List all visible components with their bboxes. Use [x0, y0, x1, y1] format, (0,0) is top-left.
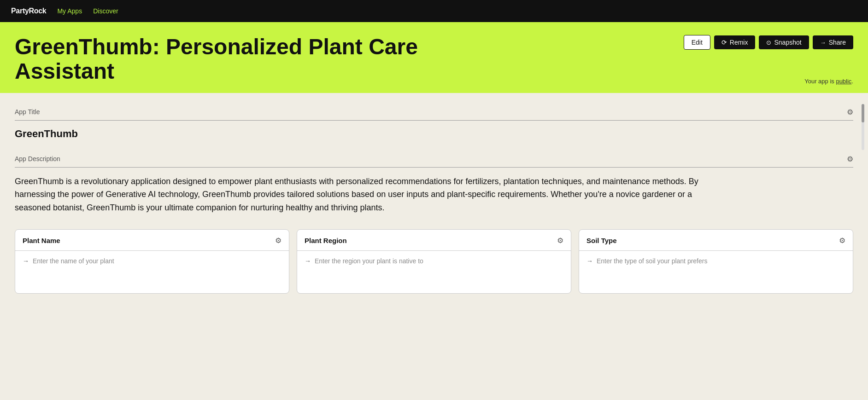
header-actions: Edit ⟳ Remix ⊙ Snapshot → Share	[684, 35, 853, 50]
brand-logo: PartyRock	[11, 7, 46, 15]
share-button[interactable]: → Share	[813, 35, 853, 49]
navbar: PartyRock My Apps Discover	[0, 0, 868, 22]
snapshot-button[interactable]: ⊙ Snapshot	[759, 35, 809, 49]
scrollbar-track[interactable]	[862, 104, 864, 150]
app-description-value: GreenThumb is a revolutionary applicatio…	[15, 173, 706, 218]
header-banner: GreenThumb: Personalized Plant Care Assi…	[0, 22, 868, 93]
plant-name-settings-icon[interactable]: ⚙	[275, 236, 282, 245]
share-icon: →	[820, 39, 826, 46]
plant-region-arrow-icon: →	[305, 257, 311, 265]
soil-type-arrow-icon: →	[586, 257, 593, 265]
remix-button[interactable]: ⟳ Remix	[714, 35, 756, 49]
plant-region-card-header: Plant Region ⚙	[297, 230, 571, 251]
cards-row: Plant Name ⚙ → Enter the name of your pl…	[15, 229, 853, 294]
app-description-settings-icon[interactable]: ⚙	[847, 155, 853, 163]
app-title-value: GreenThumb	[15, 126, 853, 144]
app-title-section: App Title ⚙ GreenThumb	[15, 108, 853, 144]
remix-icon: ⟳	[721, 39, 727, 46]
plant-name-card-body: → Enter the name of your plant	[15, 251, 289, 271]
app-description-section: App Description ⚙ GreenThumb is a revolu…	[15, 155, 853, 218]
plant-region-card-title: Plant Region	[305, 237, 347, 244]
app-description-header: App Description ⚙	[15, 155, 853, 168]
scrollbar-thumb[interactable]	[862, 104, 864, 122]
app-title: GreenThumb: Personalized Plant Care Assi…	[15, 35, 522, 84]
plant-name-card-header: Plant Name ⚙	[15, 230, 289, 251]
camera-icon: ⊙	[766, 39, 771, 46]
public-status: Your app is public.	[804, 78, 853, 85]
plant-name-placeholder[interactable]: → Enter the name of your plant	[23, 257, 282, 265]
soil-type-card-header: Soil Type ⚙	[579, 230, 853, 251]
plant-region-settings-icon[interactable]: ⚙	[557, 236, 563, 245]
plant-region-placeholder[interactable]: → Enter the region your plant is native …	[305, 257, 563, 265]
app-title-settings-icon[interactable]: ⚙	[847, 108, 853, 116]
app-title-label: App Title	[15, 108, 40, 116]
plant-region-card-body: → Enter the region your plant is native …	[297, 251, 571, 271]
soil-type-card-title: Soil Type	[586, 237, 617, 244]
plant-name-arrow-icon: →	[23, 257, 29, 265]
soil-type-placeholder[interactable]: → Enter the type of soil your plant pref…	[586, 257, 845, 265]
plant-region-card: Plant Region ⚙ → Enter the region your p…	[297, 229, 571, 294]
app-description-label: App Description	[15, 155, 60, 162]
app-title-header: App Title ⚙	[15, 108, 853, 121]
soil-type-settings-icon[interactable]: ⚙	[839, 236, 845, 245]
soil-type-card: Soil Type ⚙ → Enter the type of soil you…	[579, 229, 853, 294]
plant-name-card: Plant Name ⚙ → Enter the name of your pl…	[15, 229, 289, 294]
my-apps-link[interactable]: My Apps	[57, 7, 82, 15]
discover-link[interactable]: Discover	[93, 7, 118, 15]
public-link[interactable]: public	[836, 78, 851, 85]
edit-button[interactable]: Edit	[684, 35, 710, 50]
plant-name-card-title: Plant Name	[23, 237, 60, 244]
main-content: App Title ⚙ GreenThumb App Description ⚙…	[0, 93, 868, 294]
soil-type-card-body: → Enter the type of soil your plant pref…	[579, 251, 853, 271]
